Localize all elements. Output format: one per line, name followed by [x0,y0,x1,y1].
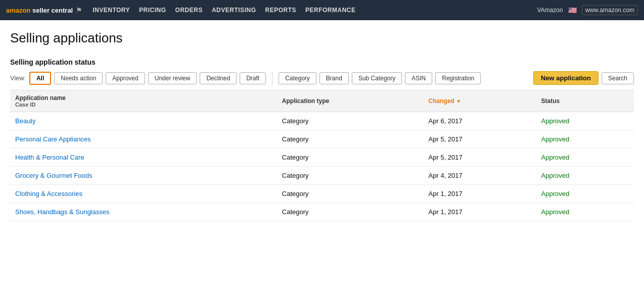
view-label: View [10,74,24,82]
col-app-type: Application type [277,90,424,112]
app-name-link[interactable]: Beauty [15,117,35,125]
cell-app-type: Category [277,112,424,130]
domain-selector[interactable]: www.amazon.com [582,5,638,15]
filter-all[interactable]: All [29,72,51,85]
new-application-button[interactable]: New application [533,71,599,85]
table-header-row: Application name Case ID Application typ… [10,90,634,112]
app-name-link[interactable]: Grocery & Gourmet Foods [15,172,92,179]
cell-status: Approved [536,112,634,130]
filter-brand[interactable]: Brand [319,72,349,84]
header-right: VAmazon 🇺🇸 www.amazon.com [537,5,638,15]
cell-status: Approved [536,130,634,148]
cell-status: Approved [536,203,634,221]
app-name-link[interactable]: Personal Care Appliances [15,135,91,143]
cell-app-type: Category [277,185,424,203]
applications-table: Application name Case ID Application typ… [10,90,634,221]
cell-app-type: Category [277,130,424,148]
nav-links: INVENTORY PRICING ORDERS ADVERTISING REP… [93,7,527,14]
logo-area: amazon seller central ⚑ [6,6,82,14]
nav-inventory[interactable]: INVENTORY [93,7,130,14]
filter-bar: View All Needs action Approved Under rev… [10,71,634,85]
nav-pricing[interactable]: PRICING [139,7,166,14]
top-navigation-bar: amazon seller central ⚑ INVENTORY PRICIN… [0,0,644,20]
filter-sub-category[interactable]: Sub Category [352,72,402,84]
app-name-link[interactable]: Clothing & Accessories [15,190,82,197]
filter-declined[interactable]: Declined [200,72,237,84]
cell-status: Approved [536,167,634,185]
cell-changed: Apr 1, 2017 [424,185,536,203]
table-row: Personal Care AppliancesCategoryApr 5, 2… [10,130,634,148]
cell-app-name: Beauty [10,112,277,130]
cell-app-name: Grocery & Gourmet Foods [10,167,277,185]
filter-asin[interactable]: ASIN [405,72,432,84]
seller-name: VAmazon [537,7,563,14]
cell-app-name: Clothing & Accessories [10,185,277,203]
table-row: BeautyCategoryApr 6, 2017Approved [10,112,634,130]
cell-app-name: Shoes, Handbags & Sunglasses [10,203,277,221]
nav-reports[interactable]: REPORTS [265,7,296,14]
col-app-name: Application name Case ID [10,90,277,112]
nav-orders[interactable]: ORDERS [175,7,203,14]
col-status: Status [536,90,634,112]
search-button[interactable]: Search [602,72,634,84]
filter-approved[interactable]: Approved [106,72,145,84]
page-title: Selling applications [10,30,634,46]
sort-arrow-icon: ▼ [456,98,461,104]
cell-status: Approved [536,185,634,203]
cell-app-name: Health & Personal Care [10,148,277,167]
flag-icon: ⚑ [76,6,82,14]
status-section-label: Selling application status [10,58,634,66]
cell-changed: Apr 1, 2017 [424,203,536,221]
cell-app-type: Category [277,148,424,167]
filter-category[interactable]: Category [279,72,316,84]
table-row: Shoes, Handbags & SunglassesCategoryApr … [10,203,634,221]
main-content: Selling applications Selling application… [0,20,644,221]
col-changed[interactable]: Changed ▼ [424,90,536,112]
app-name-link[interactable]: Shoes, Handbags & Sunglasses [15,208,109,216]
col-case-id-label: Case ID [15,102,272,108]
table-row: Grocery & Gourmet FoodsCategoryApr 4, 20… [10,167,634,185]
nav-performance[interactable]: PERFORMANCE [305,7,356,14]
cell-app-type: Category [277,203,424,221]
app-name-link[interactable]: Health & Personal Care [15,154,84,161]
table-row: Clothing & AccessoriesCategoryApr 1, 201… [10,185,634,203]
filter-needs-action[interactable]: Needs action [54,72,103,84]
flag-us-icon: 🇺🇸 [568,6,577,14]
cell-changed: Apr 5, 2017 [424,130,536,148]
logo-text: amazon seller central [6,7,73,14]
table-row: Health & Personal CareCategoryApr 5, 201… [10,148,634,167]
cell-status: Approved [536,148,634,167]
filter-registration[interactable]: Registration [435,72,481,84]
cell-app-name: Personal Care Appliances [10,130,277,148]
nav-advertising[interactable]: ADVERTISING [212,7,256,14]
divider [272,72,272,85]
cell-changed: Apr 5, 2017 [424,148,536,167]
cell-changed: Apr 6, 2017 [424,112,536,130]
cell-app-type: Category [277,167,424,185]
cell-changed: Apr 4, 2017 [424,167,536,185]
filter-draft[interactable]: Draft [240,72,266,84]
table-body: BeautyCategoryApr 6, 2017ApprovedPersona… [10,112,634,221]
filter-under-review[interactable]: Under review [148,72,197,84]
